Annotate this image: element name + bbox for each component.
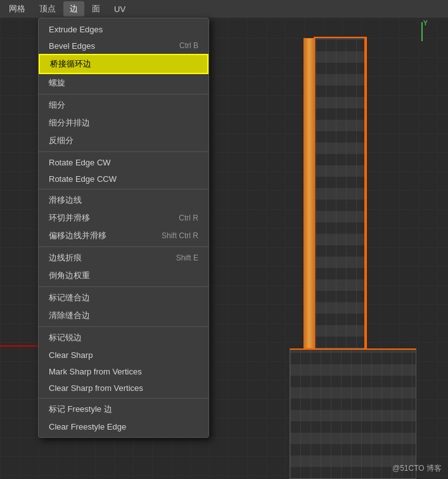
mesh-bottom [290,348,416,479]
menu-item-edge[interactable]: 边 [63,1,84,16]
mark-sharp-label: 标记锐边 [49,332,82,343]
menu-slide-edge[interactable]: 滑移边线 [39,191,208,209]
menu-loop-cut[interactable]: 环切并滑移 Ctrl R [39,209,208,227]
menu-bevel-weight[interactable]: 倒角边权重 [39,267,208,284]
edge-crease-shortcut: Shift E [176,253,198,262]
menu-mark-sharp[interactable]: 标记锐边 [39,329,208,347]
extrude-edges-label: Extrude Edges [49,25,103,34]
clear-sharp-vertices-label: Clear Sharp from Vertices [49,383,143,393]
watermark: @51CTO 博客 [392,463,442,474]
menu-mark-seam[interactable]: 标记缝合边 [39,289,208,307]
menu-clear-freestyle[interactable]: Clear Freestyle Edge [39,418,208,435]
menu-screw[interactable]: 螺旋 [39,74,208,92]
axis-widget: Y [397,19,435,57]
unsubdivide-label: 反细分 [49,135,74,146]
menu-rotate-cw[interactable]: Rotate Edge CW [39,154,208,170]
separator-5 [39,286,208,287]
mesh-main-column [315,38,366,348]
menu-clear-sharp[interactable]: Clear Sharp [39,347,208,363]
bevel-weight-label: 倒角边权重 [49,270,90,281]
bevel-edges-shortcut: Ctrl B [179,41,198,50]
mesh-edge-right [364,38,367,348]
separator-7 [39,398,208,399]
menu-offset-edge[interactable]: 偏移边线并滑移 Shift Ctrl R [39,227,208,245]
separator-6 [39,326,208,327]
menu-item-vertex[interactable]: 顶点 [33,1,62,16]
menu-clear-seam[interactable]: 清除缝合边 [39,307,208,324]
menu-subdivide[interactable]: 细分 [39,96,208,114]
clear-sharp-label: Clear Sharp [49,350,93,360]
menu-rotate-ccw[interactable]: Rotate Edge CCW [39,170,208,187]
mark-sharp-vertices-label: Mark Sharp from Vertices [49,367,142,376]
separator-2 [39,151,208,152]
menu-subdivide-uncrease[interactable]: 细分并排边 [39,114,208,132]
offset-edge-label: 偏移边线并滑移 [49,230,106,241]
edge-dropdown-menu: Extrude Edges Bevel Edges Ctrl B 桥接循环边 螺… [38,18,209,438]
slide-edge-label: 滑移边线 [49,195,82,206]
menu-mark-freestyle[interactable]: 标记 Freestyle 边 [39,400,208,418]
bevel-edges-label: Bevel Edges [49,41,95,51]
separator-3 [39,189,208,189]
edge-crease-label: 边线折痕 [49,252,82,264]
menu-item-uv[interactable]: UV [108,3,132,16]
subdivide-uncrease-label: 细分并排边 [49,117,90,129]
clear-seam-label: 清除缝合边 [49,310,90,321]
loop-cut-label: 环切并滑移 [49,212,90,224]
menu-unsubdivide[interactable]: 反细分 [39,132,208,150]
separator-4 [39,246,208,247]
axis-y-label: Y [423,19,428,27]
menu-bridge-loop-edges[interactable]: 桥接循环边 [39,54,208,74]
menu-mark-sharp-vertices[interactable]: Mark Sharp from Vertices [39,363,208,380]
screw-label: 螺旋 [49,77,65,89]
mark-seam-label: 标记缝合边 [49,292,90,303]
clear-freestyle-label: Clear Freestyle Edge [49,422,126,431]
rotate-cw-label: Rotate Edge CW [49,158,111,167]
menu-bar: 网格 顶点 边 面 UV [0,0,448,18]
menu-item-face[interactable]: 面 [86,1,106,16]
subdivide-label: 细分 [49,99,65,111]
mesh-side-column [304,38,315,348]
menu-item-mesh[interactable]: 网格 [3,1,32,16]
menu-extrude-edges[interactable]: Extrude Edges [39,21,208,37]
menu-clear-sharp-vertices[interactable]: Clear Sharp from Vertices [39,380,208,396]
rotate-ccw-label: Rotate Edge CCW [49,174,117,184]
separator-1 [39,94,208,94]
menu-edge-crease[interactable]: 边线折痕 Shift E [39,249,208,267]
bridge-loop-edges-label: 桥接循环边 [50,58,91,70]
loop-cut-shortcut: Ctrl R [179,214,198,222]
mark-freestyle-label: 标记 Freestyle 边 [49,404,112,415]
menu-bevel-edges[interactable]: Bevel Edges Ctrl B [39,37,208,54]
offset-edge-shortcut: Shift Ctrl R [162,231,198,240]
